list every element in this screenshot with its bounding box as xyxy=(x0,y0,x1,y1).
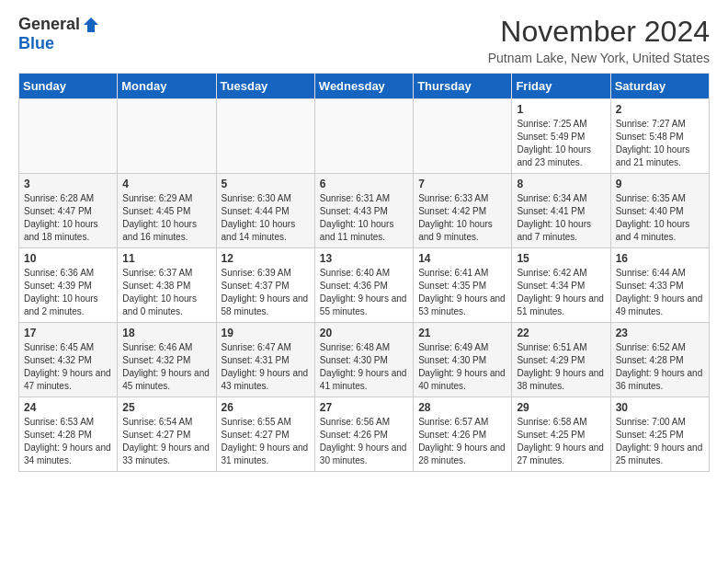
day-number: 11 xyxy=(122,252,210,265)
day-number: 28 xyxy=(418,401,506,414)
calendar-cell: 4Sunrise: 6:29 AM Sunset: 4:45 PM Daylig… xyxy=(118,174,216,248)
day-number: 12 xyxy=(222,252,310,265)
calendar-cell xyxy=(19,99,118,174)
day-info: Sunrise: 6:33 AM Sunset: 4:42 PM Dayligh… xyxy=(418,192,506,244)
day-info: Sunrise: 6:49 AM Sunset: 4:30 PM Dayligh… xyxy=(418,341,506,393)
calendar-cell: 7Sunrise: 6:33 AM Sunset: 4:42 PM Daylig… xyxy=(414,174,512,248)
calendar-cell xyxy=(118,99,216,174)
logo: General Blue xyxy=(18,15,100,53)
day-number: 20 xyxy=(320,327,408,339)
day-info: Sunrise: 6:48 AM Sunset: 4:30 PM Dayligh… xyxy=(320,341,408,393)
calendar-cell: 6Sunrise: 6:31 AM Sunset: 4:43 PM Daylig… xyxy=(314,174,413,248)
calendar-cell: 13Sunrise: 6:40 AM Sunset: 4:36 PM Dayli… xyxy=(314,248,413,323)
calendar-cell: 9Sunrise: 6:35 AM Sunset: 4:40 PM Daylig… xyxy=(610,174,709,248)
day-number: 21 xyxy=(418,327,506,339)
day-number: 24 xyxy=(24,401,112,414)
day-info: Sunrise: 6:45 AM Sunset: 4:32 PM Dayligh… xyxy=(24,341,112,393)
calendar-cell: 19Sunrise: 6:47 AM Sunset: 4:31 PM Dayli… xyxy=(216,323,314,397)
calendar-header: SundayMondayTuesdayWednesdayThursdayFrid… xyxy=(19,74,710,99)
day-info: Sunrise: 6:41 AM Sunset: 4:35 PM Dayligh… xyxy=(418,267,506,318)
calendar-cell: 26Sunrise: 6:55 AM Sunset: 4:27 PM Dayli… xyxy=(216,397,314,472)
day-info: Sunrise: 6:52 AM Sunset: 4:28 PM Dayligh… xyxy=(616,341,704,393)
day-info: Sunrise: 6:46 AM Sunset: 4:32 PM Dayligh… xyxy=(122,341,210,393)
day-number: 10 xyxy=(24,252,112,265)
day-of-week-monday: Monday xyxy=(118,74,216,99)
location: Putnam Lake, New York, United States xyxy=(488,51,710,65)
calendar-cell: 23Sunrise: 6:52 AM Sunset: 4:28 PM Dayli… xyxy=(610,323,709,397)
day-of-week-wednesday: Wednesday xyxy=(314,74,413,99)
calendar-cell: 5Sunrise: 6:30 AM Sunset: 4:44 PM Daylig… xyxy=(216,174,314,248)
day-of-week-sunday: Sunday xyxy=(19,74,118,99)
day-info: Sunrise: 6:58 AM Sunset: 4:25 PM Dayligh… xyxy=(517,416,605,467)
day-info: Sunrise: 6:37 AM Sunset: 4:38 PM Dayligh… xyxy=(122,267,210,318)
day-info: Sunrise: 6:55 AM Sunset: 4:27 PM Dayligh… xyxy=(222,416,310,467)
day-number: 3 xyxy=(24,178,112,190)
calendar-cell: 28Sunrise: 6:57 AM Sunset: 4:26 PM Dayli… xyxy=(414,397,512,472)
day-info: Sunrise: 6:36 AM Sunset: 4:39 PM Dayligh… xyxy=(24,267,112,318)
calendar-cell: 3Sunrise: 6:28 AM Sunset: 4:47 PM Daylig… xyxy=(19,174,118,248)
calendar-body: 1Sunrise: 7:25 AM Sunset: 5:49 PM Daylig… xyxy=(19,99,710,472)
day-number: 14 xyxy=(418,252,506,265)
day-info: Sunrise: 6:31 AM Sunset: 4:43 PM Dayligh… xyxy=(320,192,408,244)
calendar-cell: 24Sunrise: 6:53 AM Sunset: 4:28 PM Dayli… xyxy=(19,397,118,472)
calendar-cell: 11Sunrise: 6:37 AM Sunset: 4:38 PM Dayli… xyxy=(118,248,216,323)
day-info: Sunrise: 6:44 AM Sunset: 4:33 PM Dayligh… xyxy=(616,267,704,318)
day-number: 22 xyxy=(517,327,605,339)
day-info: Sunrise: 6:30 AM Sunset: 4:44 PM Dayligh… xyxy=(222,192,310,244)
day-number: 23 xyxy=(616,327,704,339)
day-number: 9 xyxy=(616,178,704,190)
day-info: Sunrise: 6:42 AM Sunset: 4:34 PM Dayligh… xyxy=(517,267,605,318)
calendar-cell: 17Sunrise: 6:45 AM Sunset: 4:32 PM Dayli… xyxy=(19,323,118,397)
logo-icon xyxy=(82,16,100,34)
header-row: SundayMondayTuesdayWednesdayThursdayFrid… xyxy=(19,74,710,99)
day-info: Sunrise: 6:39 AM Sunset: 4:37 PM Dayligh… xyxy=(222,267,310,318)
calendar-wrapper: SundayMondayTuesdayWednesdayThursdayFrid… xyxy=(0,73,728,481)
day-info: Sunrise: 6:35 AM Sunset: 4:40 PM Dayligh… xyxy=(616,192,704,244)
calendar-cell: 29Sunrise: 6:58 AM Sunset: 4:25 PM Dayli… xyxy=(512,397,610,472)
calendar-cell: 18Sunrise: 6:46 AM Sunset: 4:32 PM Dayli… xyxy=(118,323,216,397)
day-of-week-thursday: Thursday xyxy=(414,74,512,99)
calendar-cell: 10Sunrise: 6:36 AM Sunset: 4:39 PM Dayli… xyxy=(19,248,118,323)
day-number: 30 xyxy=(616,401,704,414)
calendar-cell: 12Sunrise: 6:39 AM Sunset: 4:37 PM Dayli… xyxy=(216,248,314,323)
logo-blue-text: Blue xyxy=(18,34,54,53)
logo-general-text: General xyxy=(18,15,80,34)
calendar-cell: 22Sunrise: 6:51 AM Sunset: 4:29 PM Dayli… xyxy=(512,323,610,397)
day-number: 18 xyxy=(122,327,210,339)
day-number: 16 xyxy=(616,252,704,265)
calendar-table: SundayMondayTuesdayWednesdayThursdayFrid… xyxy=(18,73,710,472)
day-of-week-friday: Friday xyxy=(512,74,610,99)
day-of-week-tuesday: Tuesday xyxy=(216,74,314,99)
calendar-cell: 1Sunrise: 7:25 AM Sunset: 5:49 PM Daylig… xyxy=(512,99,610,174)
day-info: Sunrise: 6:51 AM Sunset: 4:29 PM Dayligh… xyxy=(517,341,605,393)
header: General Blue November 2024 Putnam Lake, … xyxy=(0,0,728,73)
day-number: 4 xyxy=(122,178,210,190)
day-number: 29 xyxy=(517,401,605,414)
day-info: Sunrise: 6:54 AM Sunset: 4:27 PM Dayligh… xyxy=(122,416,210,467)
calendar-cell xyxy=(314,99,413,174)
calendar-cell: 20Sunrise: 6:48 AM Sunset: 4:30 PM Dayli… xyxy=(314,323,413,397)
calendar-cell xyxy=(414,99,512,174)
calendar-cell: 2Sunrise: 7:27 AM Sunset: 5:48 PM Daylig… xyxy=(610,99,709,174)
day-info: Sunrise: 6:56 AM Sunset: 4:26 PM Dayligh… xyxy=(320,416,408,467)
day-info: Sunrise: 7:25 AM Sunset: 5:49 PM Dayligh… xyxy=(517,118,605,169)
day-info: Sunrise: 6:47 AM Sunset: 4:31 PM Dayligh… xyxy=(222,341,310,393)
calendar-cell: 21Sunrise: 6:49 AM Sunset: 4:30 PM Dayli… xyxy=(414,323,512,397)
svg-marker-0 xyxy=(84,17,98,32)
day-number: 8 xyxy=(517,178,605,190)
day-number: 17 xyxy=(24,327,112,339)
title-section: November 2024 Putnam Lake, New York, Uni… xyxy=(488,15,710,65)
week-row-3: 17Sunrise: 6:45 AM Sunset: 4:32 PM Dayli… xyxy=(19,323,710,397)
day-info: Sunrise: 6:28 AM Sunset: 4:47 PM Dayligh… xyxy=(24,192,112,244)
calendar-cell: 14Sunrise: 6:41 AM Sunset: 4:35 PM Dayli… xyxy=(414,248,512,323)
calendar-cell: 15Sunrise: 6:42 AM Sunset: 4:34 PM Dayli… xyxy=(512,248,610,323)
day-info: Sunrise: 6:53 AM Sunset: 4:28 PM Dayligh… xyxy=(24,416,112,467)
calendar-cell: 8Sunrise: 6:34 AM Sunset: 4:41 PM Daylig… xyxy=(512,174,610,248)
day-number: 13 xyxy=(320,252,408,265)
week-row-2: 10Sunrise: 6:36 AM Sunset: 4:39 PM Dayli… xyxy=(19,248,710,323)
day-number: 26 xyxy=(222,401,310,414)
day-info: Sunrise: 6:29 AM Sunset: 4:45 PM Dayligh… xyxy=(122,192,210,244)
day-number: 1 xyxy=(517,103,605,116)
week-row-1: 3Sunrise: 6:28 AM Sunset: 4:47 PM Daylig… xyxy=(19,174,710,248)
day-of-week-saturday: Saturday xyxy=(610,74,709,99)
